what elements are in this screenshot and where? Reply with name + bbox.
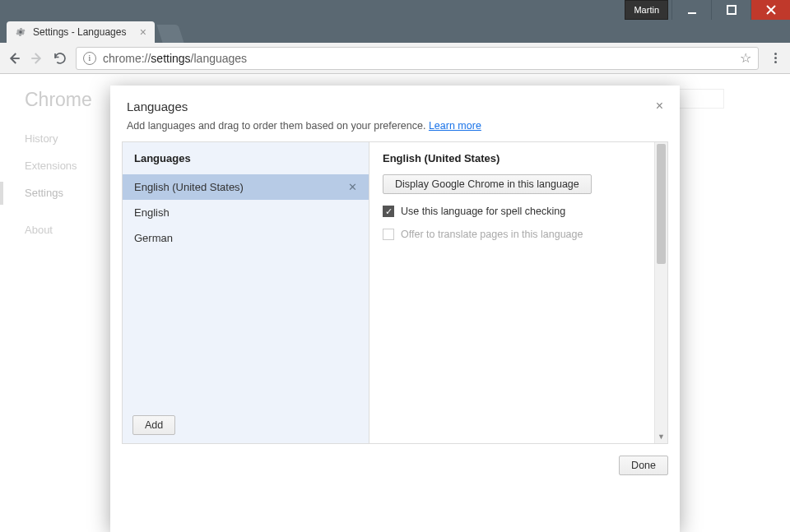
languages-header: Languages	[123, 142, 369, 174]
languages-column: Languages English (United States) ✕ Engl…	[123, 142, 369, 443]
spellcheck-row[interactable]: ✓ Use this language for spell checking	[383, 206, 654, 217]
chrome-menu-button[interactable]	[767, 53, 783, 63]
back-button[interactable]	[7, 51, 21, 66]
dialog-close-button[interactable]: ×	[656, 99, 663, 113]
close-icon	[766, 5, 776, 15]
profile-name: Martin	[634, 5, 659, 15]
dialog-body: Languages English (United States) ✕ Engl…	[122, 141, 668, 444]
profile-button[interactable]: Martin	[625, 0, 668, 20]
reload-icon	[53, 51, 67, 66]
tab-title: Settings - Languages	[33, 26, 126, 38]
close-window-button[interactable]	[750, 0, 790, 20]
checkbox-checked-icon[interactable]: ✓	[383, 206, 394, 217]
dialog-title: Languages	[127, 99, 188, 113]
language-name: English (United States)	[134, 181, 244, 193]
add-language-button[interactable]: Add	[132, 415, 175, 435]
forward-button	[30, 51, 44, 66]
maximize-icon	[727, 5, 737, 15]
language-item[interactable]: English	[123, 200, 369, 225]
dialog-scrollbar[interactable]: ▲ ▼	[654, 142, 667, 443]
browser-tab[interactable]: Settings - Languages ×	[7, 21, 155, 43]
page-content: Chrome History Extensions Settings About…	[0, 74, 790, 532]
dialog-subtitle: Add languages and drag to order them bas…	[110, 120, 680, 141]
translate-label: Offer to translate pages in this languag…	[401, 229, 583, 240]
tab-strip: Settings - Languages ×	[0, 20, 790, 43]
window-titlebar: Martin	[0, 0, 790, 20]
remove-language-button[interactable]: ✕	[348, 181, 357, 193]
modal-overlay: Languages × Add languages and drag to or…	[0, 74, 790, 532]
language-item[interactable]: English (United States) ✕	[123, 174, 369, 200]
selected-language-header: English (United States)	[383, 152, 654, 164]
minimize-icon	[687, 5, 697, 15]
arrow-right-icon	[30, 51, 44, 66]
dialog-header: Languages ×	[110, 86, 680, 120]
svg-rect-0	[688, 12, 696, 14]
tab-close-button[interactable]: ×	[140, 25, 146, 39]
svg-rect-1	[727, 6, 736, 14]
minimize-button[interactable]	[672, 0, 711, 20]
scrollbar-thumb[interactable]	[657, 144, 666, 264]
bookmark-star-icon[interactable]: ☆	[740, 50, 751, 66]
maximize-button[interactable]	[711, 0, 750, 20]
address-bar[interactable]: i chrome://settings/languages ☆	[76, 47, 759, 70]
dialog-footer: Done	[110, 444, 680, 487]
site-info-icon[interactable]: i	[83, 52, 96, 65]
translate-row: Offer to translate pages in this languag…	[383, 229, 654, 240]
learn-more-link[interactable]: Learn more	[429, 120, 481, 132]
reload-button[interactable]	[53, 51, 67, 66]
display-in-language-button[interactable]: Display Google Chrome in this language	[383, 174, 592, 194]
gear-icon	[15, 26, 26, 38]
browser-toolbar: i chrome://settings/languages ☆	[0, 43, 790, 74]
checkbox-unchecked-icon	[383, 229, 394, 240]
scroll-down-icon[interactable]: ▼	[655, 430, 667, 443]
language-name: German	[134, 232, 173, 244]
language-name: English	[134, 206, 170, 219]
language-details-column: English (United States) Display Google C…	[369, 142, 667, 443]
settings-sidebar: Chrome History Extensions Settings About	[0, 74, 128, 251]
done-button[interactable]: Done	[619, 456, 668, 475]
arrow-left-icon	[7, 51, 21, 66]
languages-dialog: Languages × Add languages and drag to or…	[110, 86, 680, 532]
url-text: chrome://settings/languages	[103, 52, 247, 65]
spellcheck-label: Use this language for spell checking	[401, 206, 565, 217]
language-item[interactable]: German	[123, 225, 369, 251]
new-tab-button[interactable]	[156, 25, 184, 43]
language-list: English (United States) ✕ English German	[123, 174, 369, 407]
